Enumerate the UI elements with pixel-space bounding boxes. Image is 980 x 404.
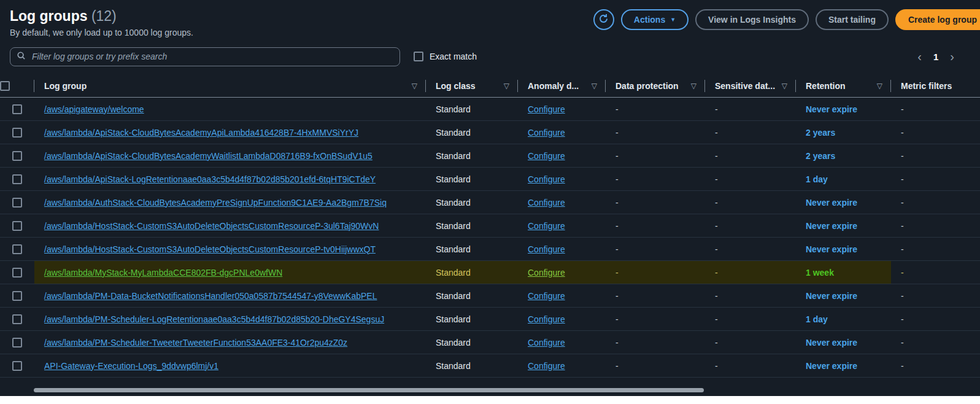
column-header-log-group[interactable]: Log group ▽: [34, 74, 426, 97]
filter-icon[interactable]: ▽: [412, 82, 417, 90]
retention-link[interactable]: 1 day: [806, 314, 828, 324]
retention-link[interactable]: 2 years: [806, 151, 835, 161]
data-protection-value: -: [615, 221, 619, 231]
exact-match-checkbox[interactable]: [414, 52, 423, 61]
log-group-link[interactable]: /aws/lambda/PM-Scheduler-TweeterTweeterF…: [44, 338, 347, 348]
retention-link[interactable]: Never expire: [806, 338, 857, 348]
pagination-prev-icon[interactable]: ‹: [917, 50, 922, 63]
row-checkbox[interactable]: [12, 291, 22, 301]
retention-link[interactable]: Never expire: [806, 291, 857, 301]
row-checkbox[interactable]: [12, 361, 22, 371]
retention-link[interactable]: Never expire: [806, 244, 857, 254]
retention-link[interactable]: 1 week: [806, 268, 834, 278]
log-group-link[interactable]: /aws/lambda/ApiStack-CloudBytesAcademyAp…: [44, 128, 358, 138]
search-box[interactable]: [10, 47, 400, 66]
table-row: /aws/lambda/AuthStack-CloudBytesAcademyP…: [0, 191, 980, 214]
filter-icon[interactable]: ▽: [782, 82, 787, 90]
create-log-group-button[interactable]: Create log group: [895, 9, 980, 30]
retention-link[interactable]: 2 years: [806, 128, 835, 138]
log-group-link[interactable]: /aws/lambda/PM-Scheduler-LogRetentionaae…: [44, 314, 384, 324]
refresh-button[interactable]: [593, 9, 614, 30]
log-group-link[interactable]: /aws/lambda/ApiStack-CloudBytesAcademyWa…: [44, 151, 372, 161]
log-group-link[interactable]: /aws/lambda/ApiStack-LogRetentionaae0aa3…: [44, 174, 376, 184]
configure-link[interactable]: Configure: [528, 128, 565, 138]
log-class-value: Standard: [436, 221, 471, 231]
metric-filters-value: -: [901, 291, 904, 301]
row-checkbox[interactable]: [12, 151, 22, 161]
actions-menu-button[interactable]: Actions ▼: [621, 9, 689, 30]
table-body: /aws/apigateway/welcome Standard Configu…: [0, 98, 980, 378]
scrollbar-thumb[interactable]: [34, 388, 704, 392]
sensitive-data-value: -: [715, 361, 718, 371]
filter-icon[interactable]: ▽: [504, 82, 509, 90]
data-protection-value: -: [615, 361, 619, 371]
page-title: Log groups (12): [10, 8, 193, 25]
table-row: /aws/lambda/PM-Data-BucketNotificationsH…: [0, 284, 980, 308]
configure-link[interactable]: Configure: [528, 244, 565, 254]
configure-link[interactable]: Configure: [528, 361, 565, 371]
log-group-link[interactable]: /aws/lambda/HostStack-CustomS3AutoDelete…: [44, 221, 379, 231]
log-class-value: Standard: [436, 198, 471, 208]
configure-link[interactable]: Configure: [528, 268, 565, 278]
column-header-sensitive-data[interactable]: Sensitive dat... ▽: [705, 74, 796, 97]
log-group-link[interactable]: API-Gateway-Execution-Logs_9ddvwp6lmj/v1: [44, 361, 218, 371]
row-checkbox[interactable]: [12, 338, 22, 348]
log-group-link[interactable]: /aws/lambda/PM-Data-BucketNotificationsH…: [44, 291, 377, 301]
configure-link[interactable]: Configure: [528, 221, 565, 231]
row-checkbox[interactable]: [12, 268, 22, 278]
row-checkbox[interactable]: [12, 104, 22, 114]
header-actions: Actions ▼ View in Logs Insights Start ta…: [593, 8, 980, 30]
search-input[interactable]: [31, 51, 393, 62]
sensitive-data-value: -: [715, 291, 718, 301]
configure-link[interactable]: Configure: [528, 314, 565, 324]
column-header-anomaly-detection[interactable]: Anomaly d... ▽: [518, 74, 606, 97]
caret-down-icon: ▼: [670, 17, 676, 23]
column-header-retention[interactable]: Retention ▽: [796, 74, 891, 97]
retention-link[interactable]: Never expire: [806, 104, 857, 114]
search-icon: [17, 51, 26, 63]
configure-link[interactable]: Configure: [528, 151, 565, 161]
filter-icon[interactable]: ▽: [592, 82, 597, 90]
sensitive-data-value: -: [715, 128, 718, 138]
exact-match-toggle[interactable]: Exact match: [414, 52, 477, 61]
pagination: ‹ 1 ›: [917, 47, 954, 66]
view-logs-insights-button[interactable]: View in Logs Insights: [695, 9, 809, 30]
filter-icon[interactable]: ▽: [877, 82, 882, 90]
configure-link[interactable]: Configure: [528, 198, 565, 208]
pagination-next-icon[interactable]: ›: [950, 50, 954, 63]
row-checkbox[interactable]: [12, 314, 22, 324]
configure-link[interactable]: Configure: [528, 104, 565, 114]
row-checkbox[interactable]: [12, 128, 22, 138]
row-checkbox[interactable]: [12, 221, 22, 231]
log-group-link[interactable]: /aws/apigateway/welcome: [44, 104, 144, 114]
page-header: Log groups (12) By default, we only load…: [0, 0, 980, 37]
retention-link[interactable]: Never expire: [806, 221, 857, 231]
table-row: API-Gateway-Execution-Logs_9ddvwp6lmj/v1…: [0, 354, 980, 378]
pagination-current-page[interactable]: 1: [933, 52, 938, 61]
retention-link[interactable]: Never expire: [806, 361, 857, 371]
configure-link[interactable]: Configure: [528, 338, 565, 348]
row-checkbox[interactable]: [12, 174, 22, 184]
data-protection-value: -: [615, 244, 619, 254]
horizontal-scrollbar[interactable]: [34, 388, 804, 393]
data-protection-value: -: [615, 104, 619, 114]
row-checkbox[interactable]: [12, 244, 22, 254]
retention-link[interactable]: 1 day: [806, 174, 828, 184]
log-group-link[interactable]: /aws/lambda/MyStack-MyLambdaCCE802FB-dgc…: [44, 268, 282, 278]
configure-link[interactable]: Configure: [528, 291, 565, 301]
configure-link[interactable]: Configure: [528, 174, 565, 184]
metric-filters-value: -: [901, 198, 904, 208]
column-header-log-class[interactable]: Log class ▽: [426, 74, 518, 97]
column-header-metric-filters[interactable]: Metric filters: [891, 74, 980, 97]
row-checkbox[interactable]: [12, 198, 22, 208]
metric-filters-value: -: [901, 151, 904, 161]
retention-link[interactable]: Never expire: [806, 198, 857, 208]
log-group-link[interactable]: /aws/lambda/AuthStack-CloudBytesAcademyP…: [44, 198, 387, 208]
select-all-checkbox[interactable]: [0, 81, 10, 91]
log-group-link[interactable]: /aws/lambda/HostStack-CustomS3AutoDelete…: [44, 244, 376, 254]
column-header-data-protection[interactable]: Data protection ▽: [606, 74, 705, 97]
metric-filters-value: -: [901, 104, 904, 114]
start-tailing-button[interactable]: Start tailing: [816, 9, 889, 30]
table-row: /aws/lambda/PM-Scheduler-TweeterTweeterF…: [0, 331, 980, 354]
filter-icon[interactable]: ▽: [691, 82, 696, 90]
